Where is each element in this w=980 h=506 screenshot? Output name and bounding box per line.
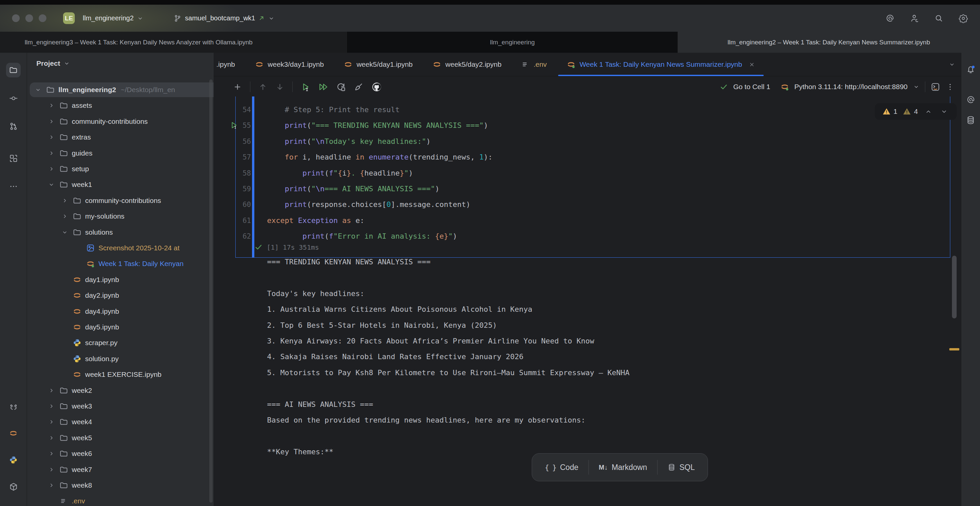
- vcs-widget[interactable]: samuel_bootcamp_wk1: [173, 14, 275, 22]
- editor-tab-3[interactable]: week5/day2.ipynb: [423, 53, 511, 76]
- tree-item-week8[interactable]: week8: [30, 478, 214, 493]
- scrollbar-warning-mark[interactable]: [949, 348, 959, 350]
- chevron-right-icon[interactable]: [47, 165, 56, 172]
- run-all-cells-button[interactable]: [318, 82, 328, 92]
- tree-item-day2-ipynb[interactable]: day2.ipynb: [30, 288, 214, 303]
- editor-tab-active[interactable]: Week 1 Task: Daily Kenyan News Summarize…: [557, 53, 765, 76]
- editor-tab-4[interactable]: .env: [511, 53, 557, 76]
- tree-item-solutions[interactable]: solutions: [30, 225, 214, 240]
- tree-item-guides[interactable]: guides: [30, 146, 214, 161]
- chevron-down-icon[interactable]: [34, 86, 42, 93]
- tree-item-week4[interactable]: week4: [30, 415, 214, 429]
- tree-item-week7[interactable]: week7: [30, 462, 214, 477]
- stripe-structure-icon[interactable]: [6, 151, 21, 165]
- project-tree-scrollbar[interactable]: [209, 80, 213, 503]
- hidden-tabs-chevron[interactable]: [943, 53, 961, 76]
- interpreter-selector[interactable]: Python 3.11.14: http://localhost:8890: [794, 83, 908, 91]
- code-line-58[interactable]: print(f"{i}. {headline}"): [267, 166, 413, 181]
- ai-assistant-icon[interactable]: [886, 14, 894, 23]
- tree-item-week1-exercise-ipynb[interactable]: week1 EXERCISE.ipynb: [30, 367, 214, 382]
- next-problem-chevron-down[interactable]: [939, 108, 949, 116]
- warning-count[interactable]: 1: [882, 107, 897, 116]
- go-to-cell-button[interactable]: Go to Cell 1: [733, 83, 770, 91]
- stripe-python-icon[interactable]: [6, 453, 21, 467]
- tree-item-week3[interactable]: week3: [30, 399, 214, 414]
- tree-item-week2[interactable]: week2: [30, 383, 214, 398]
- editor-tab-0[interactable]: .ipynb: [214, 53, 245, 76]
- tree-item-week-1-task-daily-kenyan[interactable]: Week 1 Task: Daily Kenyan: [30, 256, 214, 271]
- tree-item-week1[interactable]: week1: [30, 177, 214, 192]
- add-markdown-cell-button[interactable]: M↓ Markdown: [589, 453, 657, 481]
- code-line-62[interactable]: print(f"Error in AI analysis: {e}"): [267, 229, 457, 243]
- tree-item-community-contributions[interactable]: community-contributions: [30, 193, 214, 208]
- close-window-button[interactable]: [12, 14, 20, 22]
- code-line-57[interactable]: for i, headline in enumerate(trending_ne…: [267, 150, 493, 165]
- add-cell-button[interactable]: [233, 83, 242, 91]
- jupyter-console-icon[interactable]: [931, 82, 940, 92]
- chevron-right-icon[interactable]: [60, 197, 69, 204]
- move-cell-down-button[interactable]: [275, 83, 285, 91]
- editor-tab-1[interactable]: week3/day1.ipynb: [245, 53, 334, 76]
- chevron-right-icon[interactable]: [47, 403, 56, 409]
- tree-item-llm-engineering2[interactable]: llm_engineering2~/Desktop/llm_en: [30, 83, 214, 97]
- stripe-run-icon[interactable]: [6, 503, 21, 506]
- chevron-right-icon[interactable]: [47, 482, 56, 488]
- run-cell-gutter-icon[interactable]: [230, 121, 238, 131]
- clear-outputs-button[interactable]: [354, 82, 363, 92]
- database-tool-icon[interactable]: [964, 113, 977, 127]
- code-line-61[interactable]: except Exception as e:: [267, 213, 364, 228]
- tree-item-setup[interactable]: setup: [30, 162, 214, 176]
- stripe-python-packages-icon[interactable]: [6, 479, 21, 494]
- zoom-window-button[interactable]: [39, 14, 46, 22]
- restart-kernel-button[interactable]: [336, 82, 346, 92]
- code-line-60[interactable]: print(response.choices[0].message.conten…: [267, 197, 470, 212]
- previous-problem-chevron-up[interactable]: [923, 108, 934, 116]
- notifications-bell-icon[interactable]: [964, 63, 977, 76]
- chevron-right-icon[interactable]: [47, 118, 56, 125]
- tree-item-my-solutions[interactable]: my-solutions: [30, 209, 214, 224]
- chevron-right-icon[interactable]: [60, 213, 69, 220]
- code-line-54[interactable]: # Step 5: Print the result: [267, 102, 399, 117]
- code-line-56[interactable]: print("\nToday's key headlines:"): [267, 134, 431, 149]
- jupyter-variables-icon[interactable]: [964, 93, 977, 106]
- chevron-down-icon[interactable]: [47, 181, 56, 188]
- chevron-down-icon[interactable]: [913, 83, 920, 90]
- tree-item-screenshot-2025-10-24-at[interactable]: Screenshot 2025-10-24 at: [30, 241, 214, 255]
- tree-item-day4-ipynb[interactable]: day4.ipynb: [30, 304, 214, 319]
- more-options-kebab-icon[interactable]: [946, 83, 955, 91]
- close-tab-icon[interactable]: [749, 61, 755, 68]
- stripe-more-icon[interactable]: [6, 179, 21, 194]
- stripe-pull-requests-icon[interactable]: [6, 119, 21, 134]
- weak-warning-count[interactable]: 4: [902, 107, 918, 116]
- stripe-hands-icon[interactable]: [6, 399, 21, 414]
- chevron-right-icon[interactable]: [47, 387, 56, 394]
- project-widget[interactable]: LE llm_engineering2: [63, 12, 143, 24]
- github-button[interactable]: [372, 82, 382, 92]
- window-tab-1[interactable]: llm_engineering3 – Week 1 Task: Kenyan D…: [0, 32, 347, 53]
- minimize-window-button[interactable]: [25, 14, 33, 22]
- tree-item--env[interactable]: .env: [30, 494, 214, 506]
- stripe-commit-icon[interactable]: [6, 91, 21, 105]
- settings-gear-icon[interactable]: [959, 14, 968, 23]
- chevron-right-icon[interactable]: [47, 418, 56, 425]
- tree-item-day1-ipynb[interactable]: day1.ipynb: [30, 272, 214, 287]
- tree-item-day5-ipynb[interactable]: day5.ipynb: [30, 320, 214, 334]
- code-with-me-icon[interactable]: [910, 14, 919, 23]
- chevron-right-icon[interactable]: [47, 150, 56, 156]
- chevron-right-icon[interactable]: [47, 134, 56, 140]
- window-tab-2[interactable]: llm_engineering: [347, 32, 678, 53]
- move-cell-up-button[interactable]: [258, 83, 267, 91]
- tree-item-solution-py[interactable]: solution.py: [30, 352, 214, 366]
- chevron-right-icon[interactable]: [47, 450, 56, 457]
- editor-tab-2[interactable]: week5/day1.ipynb: [334, 53, 423, 76]
- chevron-right-icon[interactable]: [47, 466, 56, 473]
- tree-item-assets[interactable]: assets: [30, 98, 214, 113]
- macos-traffic-lights[interactable]: [12, 14, 46, 22]
- stripe-project-icon[interactable]: [6, 63, 21, 78]
- code-line-59[interactable]: print("\n=== AI NEWS ANALYSIS ==="): [267, 181, 440, 196]
- tree-item-week6[interactable]: week6: [30, 446, 214, 461]
- chevron-right-icon[interactable]: [47, 102, 56, 109]
- tree-item-scraper-py[interactable]: scraper.py: [30, 336, 214, 350]
- window-tab-3-active[interactable]: llm_engineering2 – Week 1 Task: Daily Ke…: [678, 32, 980, 53]
- stripe-jupyter-icon[interactable]: [6, 426, 21, 441]
